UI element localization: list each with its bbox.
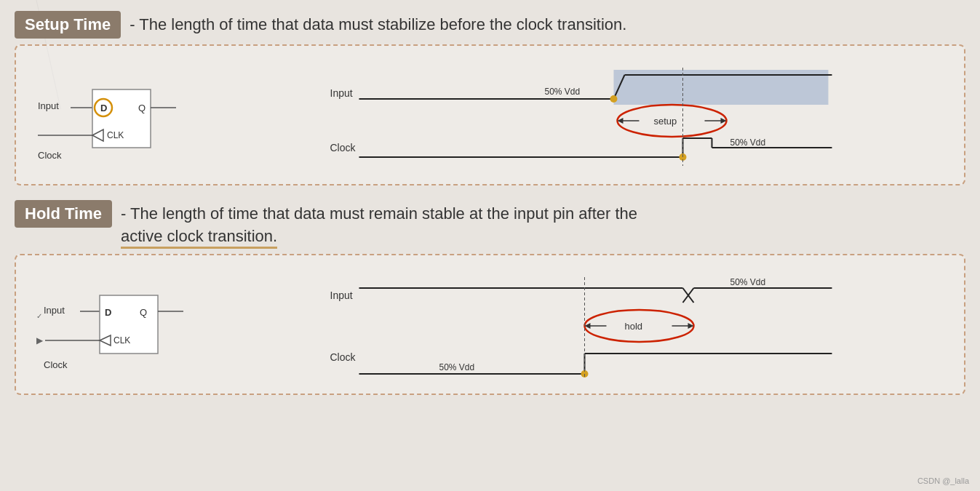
svg-point-23 bbox=[610, 95, 618, 103]
setup-timing: Input 50% Vdd bbox=[212, 57, 949, 173]
hold-badge: Hold Time bbox=[15, 200, 112, 228]
svg-text:setup: setup bbox=[654, 116, 677, 127]
hold-header: Hold Time - The length of time that data… bbox=[15, 200, 965, 248]
svg-text:✓: ✓ bbox=[36, 312, 42, 320]
svg-text:Input: Input bbox=[330, 87, 353, 99]
hold-description: - The length of time that data must rema… bbox=[121, 200, 637, 248]
svg-text:CLK: CLK bbox=[113, 335, 130, 346]
hold-flipflop: ✓ Input D Q bbox=[31, 266, 191, 383]
hold-timing: Input 50% Vdd hold bbox=[212, 266, 949, 383]
setup-description: - The length of time that data must stab… bbox=[130, 11, 626, 36]
setup-flipflop: Input D Q bbox=[31, 57, 191, 173]
svg-text:D: D bbox=[100, 103, 107, 113]
svg-text:Clock: Clock bbox=[38, 150, 62, 161]
setup-section: Setup Time - The length of time that dat… bbox=[15, 11, 965, 185]
setup-diagram-container: Input D Q bbox=[15, 44, 965, 185]
svg-text:50% Vdd: 50% Vdd bbox=[730, 277, 766, 287]
svg-text:Input: Input bbox=[330, 290, 353, 301]
main-content: Setup Time - The length of time that dat… bbox=[0, 0, 980, 420]
svg-text:D: D bbox=[105, 307, 111, 318]
hold-section: Hold Time - The length of time that data… bbox=[15, 200, 965, 395]
setup-badge: Setup Time bbox=[15, 11, 121, 39]
svg-text:Input: Input bbox=[44, 305, 65, 316]
svg-text:50% Vdd: 50% Vdd bbox=[439, 362, 475, 372]
svg-text:50% Vdd: 50% Vdd bbox=[730, 137, 766, 148]
hold-diagram-container: ✓ Input D Q bbox=[15, 254, 965, 395]
svg-text:50% Vdd: 50% Vdd bbox=[545, 87, 581, 97]
svg-text:Input: Input bbox=[38, 100, 59, 111]
svg-text:hold: hold bbox=[625, 321, 643, 332]
svg-text:CLK: CLK bbox=[107, 130, 124, 140]
svg-text:Q: Q bbox=[138, 103, 146, 113]
svg-text:▶: ▶ bbox=[36, 335, 44, 346]
watermark: CSDN @_lalla bbox=[917, 476, 969, 485]
svg-text:Clock: Clock bbox=[330, 142, 356, 153]
setup-header: Setup Time - The length of time that dat… bbox=[15, 11, 965, 39]
svg-text:Q: Q bbox=[140, 307, 147, 318]
svg-text:Clock: Clock bbox=[330, 351, 356, 363]
svg-text:Clock: Clock bbox=[44, 359, 68, 370]
